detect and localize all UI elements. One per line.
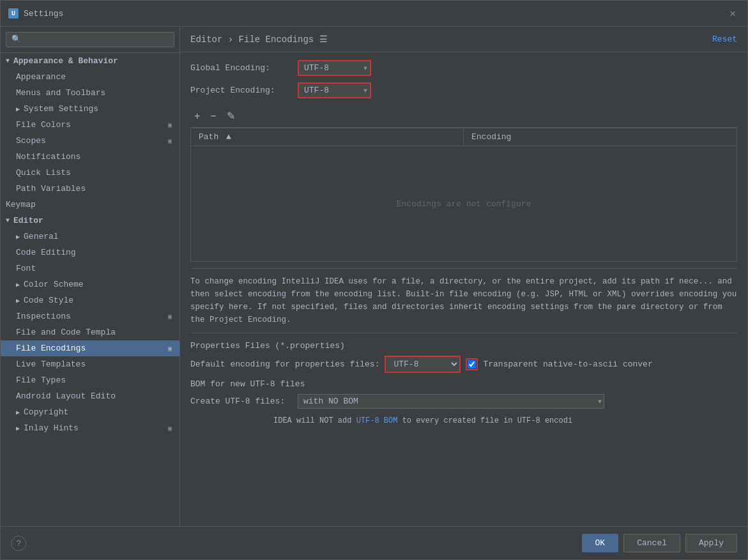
sidebar-item-android-layout[interactable]: Android Layout Edito [1, 388, 179, 404]
dialog-title: Settings [24, 9, 63, 19]
help-button[interactable]: ? [11, 536, 26, 551]
chevron-down-icon: ▼ [6, 57, 10, 64]
sidebar-item-inspections[interactable]: Inspections ▣ [1, 308, 179, 324]
transparent-checkbox[interactable] [468, 360, 476, 368]
close-button[interactable]: ✕ [726, 6, 740, 21]
sort-icon: ▲ [226, 132, 231, 142]
sidebar-item-file-encodings[interactable]: File Encodings ▣ [1, 340, 179, 356]
project-encoding-select[interactable]: UTF-8 ISO-8859-1 UTF-16 US-ASCII [299, 84, 370, 97]
table-toolbar: + − ✎ [190, 105, 737, 128]
sidebar-label: Menus and Toolbars [16, 88, 105, 98]
footer-buttons: OK Cancel Apply [582, 534, 737, 552]
remove-button[interactable]: − [206, 109, 220, 123]
sidebar-label: Notifications [16, 152, 80, 162]
sidebar-items: ▼ Appearance & Behavior Appearance Menus… [1, 53, 179, 526]
global-encoding-row: Global Encoding: UTF-8 ISO-8859-1 UTF-16… [190, 60, 737, 76]
transparent-checkbox-wrapper [466, 358, 478, 370]
encodings-icon: ▣ [165, 344, 174, 353]
sidebar-item-system-settings[interactable]: ▶ System Settings [1, 101, 179, 117]
sidebar-label: Code Editing [16, 248, 76, 257]
sidebar-item-file-code-templates[interactable]: File and Code Templa [1, 324, 179, 340]
table-header: Path ▲ Encoding [191, 128, 737, 146]
project-encoding-dropdown-wrapper: UTF-8 ISO-8859-1 UTF-16 US-ASCII ▼ [298, 82, 371, 98]
sidebar-item-keymap[interactable]: Keymap [1, 197, 179, 213]
utf8-bom-link[interactable]: UTF-8 BOM [356, 416, 398, 425]
inspections-icon: ▣ [165, 312, 174, 321]
props-encoding-row: Default encoding for properties files: U… [190, 356, 737, 373]
scope-icon: ▣ [165, 137, 174, 146]
sidebar-label: General [24, 232, 59, 241]
title-bar: U Settings ✕ [1, 1, 747, 27]
chevron-right-icon: ▶ [16, 105, 20, 113]
app-icon: U [8, 8, 19, 19]
sidebar-label: Appearance [16, 72, 66, 82]
ok-button[interactable]: OK [582, 534, 619, 552]
sidebar-item-code-editing[interactable]: Code Editing [1, 245, 179, 261]
panel-body: Global Encoding: UTF-8 ISO-8859-1 UTF-16… [180, 52, 747, 526]
global-encoding-select[interactable]: UTF-8 ISO-8859-1 UTF-16 US-ASCII [299, 61, 370, 75]
sidebar-label: Appearance & Behavior [13, 56, 118, 66]
sidebar-item-appearance[interactable]: Appearance [1, 69, 179, 85]
sidebar-item-general[interactable]: ▶ General [1, 229, 179, 245]
reset-button[interactable]: Reset [712, 34, 737, 44]
sidebar-item-file-colors[interactable]: File Colors ▣ [1, 117, 179, 133]
chevron-right-icon: ▶ [16, 297, 20, 305]
inlay-icon: ▣ [165, 424, 174, 433]
sidebar-item-inlay-hints[interactable]: ▶ Inlay Hints ▣ [1, 420, 179, 436]
project-encoding-label: Project Encoding: [190, 86, 293, 95]
sidebar-label: Copyright [24, 407, 68, 417]
panel-header: Editor › File Encodings ☰ Reset [180, 27, 747, 52]
props-encoding-dropdown-wrapper: UTF-8 ISO-8859-1 [385, 356, 461, 373]
sidebar-label: Inspections [16, 312, 71, 321]
file-icon: ▣ [165, 121, 174, 130]
description-text: To change encoding IntelliJ IDEA uses fo… [190, 268, 737, 333]
sidebar-item-file-types[interactable]: File Types [1, 372, 179, 388]
chevron-right-icon: ▶ [16, 233, 20, 241]
properties-section: Properties Files (*.properties) Default … [190, 341, 737, 373]
empty-message: Encodings are not configure [397, 199, 531, 209]
idea-note: IDEA will NOT add UTF-8 BOM to every cre… [190, 414, 737, 428]
sidebar-item-editor[interactable]: ▼ Editor [1, 213, 179, 229]
bom-create-row: Create UTF-8 files: with NO BOM with BOM… [190, 394, 737, 409]
sidebar-item-live-templates[interactable]: Live Templates [1, 356, 179, 372]
cancel-button[interactable]: Cancel [623, 534, 680, 552]
sidebar-item-font[interactable]: Font [1, 261, 179, 276]
sidebar-item-copyright[interactable]: ▶ Copyright [1, 404, 179, 420]
col-encoding: Encoding [464, 128, 737, 146]
sidebar-item-path-variables[interactable]: Path Variables [1, 181, 179, 197]
sidebar-item-menus-toolbars[interactable]: Menus and Toolbars [1, 85, 179, 101]
col-path: Path ▲ [191, 128, 464, 146]
search-input[interactable] [6, 32, 174, 47]
content-area: ▼ Appearance & Behavior Appearance Menus… [1, 27, 747, 526]
main-panel: Editor › File Encodings ☰ Reset Global E… [180, 27, 747, 526]
edit-button[interactable]: ✎ [223, 109, 239, 123]
bom-select[interactable]: with NO BOM with BOM with BOM (auto-dete… [298, 394, 604, 409]
sidebar-label: File Types [16, 375, 66, 385]
sidebar-item-color-scheme[interactable]: ▶ Color Scheme [1, 276, 179, 292]
description-content: To change encoding IntelliJ IDEA uses fo… [190, 277, 737, 324]
sidebar-label: Live Templates [16, 359, 86, 369]
panel-breadcrumb: Editor › File Encodings ☰ [190, 34, 328, 45]
sidebar-label: Path Variables [16, 184, 86, 193]
global-encoding-dropdown-wrapper: UTF-8 ISO-8859-1 UTF-16 US-ASCII ▼ [298, 60, 371, 76]
col-path-label: Path [199, 132, 218, 142]
sidebar: ▼ Appearance & Behavior Appearance Menus… [1, 27, 180, 526]
sidebar-item-code-style[interactable]: ▶ Code Style [1, 292, 179, 308]
sidebar-item-appearance-behavior[interactable]: ▼ Appearance & Behavior [1, 53, 179, 69]
props-encoding-select[interactable]: UTF-8 ISO-8859-1 [386, 357, 459, 372]
sidebar-item-scopes[interactable]: Scopes ▣ [1, 133, 179, 149]
settings-dialog: U Settings ✕ ▼ Appearance & Behavior App… [0, 0, 748, 560]
idea-note-prefix: IDEA will NOT add [273, 416, 356, 425]
sidebar-label: Scopes [16, 136, 46, 146]
add-button[interactable]: + [190, 109, 204, 123]
sidebar-label: File Colors [16, 120, 71, 130]
chevron-down-icon: ▼ [6, 217, 10, 224]
sidebar-item-quick-lists[interactable]: Quick Lists [1, 165, 179, 181]
sidebar-label: Editor [13, 216, 43, 225]
footer: ? OK Cancel Apply [1, 526, 747, 559]
project-encoding-row: Project Encoding: UTF-8 ISO-8859-1 UTF-1… [190, 82, 737, 98]
bom-dropdown-wrapper: with NO BOM with BOM with BOM (auto-dete… [298, 394, 604, 409]
sidebar-label: Font [16, 264, 36, 273]
apply-button[interactable]: Apply [685, 534, 737, 552]
sidebar-item-notifications[interactable]: Notifications [1, 149, 179, 165]
